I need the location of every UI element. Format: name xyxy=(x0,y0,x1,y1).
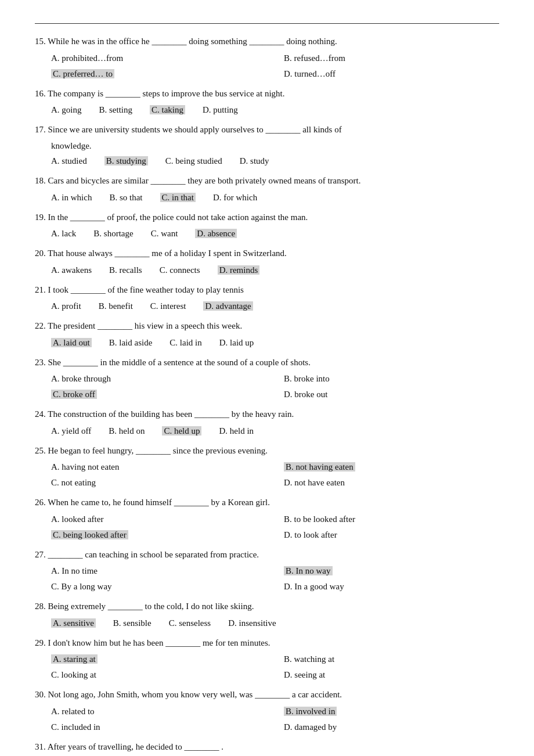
q30-optD: D. damaged by xyxy=(284,719,499,735)
question-31: 31. After years of travelling, he decide… xyxy=(35,740,499,757)
q26-optD: D. to look after xyxy=(284,527,499,543)
q24-optA: A. yield off xyxy=(51,423,91,439)
question-26: 26. When he came to, he found himself __… xyxy=(35,495,499,543)
question-21: 21. I took ________ of the fine weather … xyxy=(35,283,499,315)
q29-optC: C. looking at xyxy=(51,667,266,683)
question-19: 19. In the ________ of proof, the police… xyxy=(35,210,499,242)
q23-text: 23. She ________ in the middle of a sent… xyxy=(35,355,499,370)
q26-optA: A. looked after xyxy=(51,512,266,527)
q23-optA: A. broke through xyxy=(51,371,266,387)
q27-optC: C. By a long way xyxy=(51,579,266,595)
q22-optC: C. laid in xyxy=(169,335,201,351)
q25-optA: A. having not eaten xyxy=(51,459,266,475)
q23-optD: D. broke out xyxy=(284,387,499,402)
q18-optD: D. for which xyxy=(213,190,257,206)
question-16: 16. The company is ________ steps to imp… xyxy=(35,87,499,118)
q21-options: A. profit B. benefit C. interest D. adva… xyxy=(51,298,499,314)
q15-text: 15. While he was in the office he ______… xyxy=(35,34,499,49)
q26-options: A. looked after B. to be looked after C.… xyxy=(51,512,499,543)
q17-optB: B. studying xyxy=(104,153,148,169)
q20-text: 20. That house always ________ me of a h… xyxy=(35,246,499,261)
q21-optB: B. benefit xyxy=(99,298,133,314)
q29-optA: A. staring at xyxy=(51,651,266,667)
q20-optD: D. reminds xyxy=(218,262,260,278)
q26-optC: C. being looked after xyxy=(51,527,266,543)
q22-text: 22. The president ________ his view in a… xyxy=(35,319,499,334)
q15-optB: B. refused…from xyxy=(284,51,499,66)
q21-optC: C. interest xyxy=(150,298,186,314)
q23-optC: C. broke off xyxy=(51,387,266,402)
q19-optB: B. shortage xyxy=(93,226,133,242)
q27-optB: B. In no way xyxy=(284,563,499,579)
q17-text: 17. Since we are university students we … xyxy=(35,123,499,138)
q30-optB: B. involved in xyxy=(284,704,499,719)
q27-optA: A. In no time xyxy=(51,563,266,579)
question-28: 28. Being extremely ________ to the cold… xyxy=(35,599,499,631)
q18-text: 18. Cars and bicycles are similar ______… xyxy=(35,174,499,189)
q17-optD: D. study xyxy=(240,153,269,169)
q16-optD: D. putting xyxy=(203,102,238,118)
q30-optC: C. included in xyxy=(51,719,266,735)
q23-options: A. broke through B. broke into C. broke … xyxy=(51,371,499,402)
q30-text: 30. Not long ago, John Smith, whom you k… xyxy=(35,687,499,703)
q28-optD: D. insensitive xyxy=(228,615,276,631)
q18-optB: B. so that xyxy=(109,190,142,206)
q24-optB: B. held on xyxy=(109,423,145,439)
q15-optA: A. prohibited…from xyxy=(51,51,266,66)
q15-optD: D. turned…off xyxy=(284,66,499,82)
q20-optC: C. connects xyxy=(160,262,200,278)
question-22: 22. The president ________ his view in a… xyxy=(35,319,499,351)
q18-optA: A. in which xyxy=(51,190,92,206)
q20-options: A. awakens B. recalls C. connects D. rem… xyxy=(51,262,499,278)
q27-options: A. In no time B. In no way C. By a long … xyxy=(51,563,499,595)
q15-options: A. prohibited…from B. refused…from C. pr… xyxy=(51,51,499,82)
q29-optB: B. watching at xyxy=(284,651,499,667)
q21-optD: D. advantage xyxy=(203,298,252,314)
q28-optA: A. sensitive xyxy=(51,615,96,631)
q16-options: A. going B. setting C. taking D. putting xyxy=(51,102,499,118)
q16-optB: B. setting xyxy=(99,102,133,118)
q21-optA: A. profit xyxy=(51,298,81,314)
q30-optA: A. related to xyxy=(51,704,266,719)
q29-text: 29. I don't know him but he has been ___… xyxy=(35,636,499,651)
q17-optA: A. studied xyxy=(51,153,87,169)
q25-optC: C. not eating xyxy=(51,475,266,491)
q28-options: A. sensitive B. sensible C. senseless D.… xyxy=(51,615,499,631)
question-24: 24. The construction of the building has… xyxy=(35,407,499,439)
q18-options: A. in which B. so that C. in that D. for… xyxy=(51,190,499,206)
question-25: 25. He began to feel hungry, ________ si… xyxy=(35,444,499,491)
question-17: 17. Since we are university students we … xyxy=(35,123,499,169)
q23-optB: B. broke into xyxy=(284,371,499,387)
q22-optD: D. laid up xyxy=(219,335,254,351)
q31-text: 31. After years of travelling, he decide… xyxy=(35,740,499,755)
question-23: 23. She ________ in the middle of a sent… xyxy=(35,355,499,403)
q17-text2: knowledge. xyxy=(51,139,499,154)
question-20: 20. That house always ________ me of a h… xyxy=(35,246,499,278)
q22-options: A. laid out B. laid aside C. laid in D. … xyxy=(51,335,499,351)
q26-optB: B. to be looked after xyxy=(284,512,499,527)
q24-optC: C. held up xyxy=(162,423,201,439)
q21-text: 21. I took ________ of the fine weather … xyxy=(35,283,499,298)
q25-options: A. having not eaten B. not having eaten … xyxy=(51,459,499,491)
q19-optA: A. lack xyxy=(51,226,76,242)
q28-text: 28. Being extremely ________ to the cold… xyxy=(35,599,499,614)
q24-optD: D. held in xyxy=(219,423,254,439)
question-15: 15. While he was in the office he ______… xyxy=(35,34,499,82)
q17-optC: C. being studied xyxy=(165,153,222,169)
q27-text: 27. ________ can teaching in school be s… xyxy=(35,548,499,563)
q16-optA: A. going xyxy=(51,102,82,118)
q18-optC: C. in that xyxy=(160,190,196,206)
q26-text: 26. When he came to, he found himself __… xyxy=(35,495,499,510)
question-27: 27. ________ can teaching in school be s… xyxy=(35,548,499,595)
question-29: 29. I don't know him but he has been ___… xyxy=(35,636,499,683)
q17-options: A. studied B. studying C. being studied … xyxy=(51,153,499,169)
q24-options: A. yield off B. held on C. held up D. he… xyxy=(51,423,499,439)
q20-optB: B. recalls xyxy=(109,262,142,278)
q16-optC: C. taking xyxy=(150,102,185,118)
question-18: 18. Cars and bicycles are similar ______… xyxy=(35,174,499,206)
q22-optB: B. laid aside xyxy=(109,335,153,351)
q20-optA: A. awakens xyxy=(51,262,92,278)
q28-optC: C. senseless xyxy=(169,615,211,631)
q19-options: A. lack B. shortage C. want D. absence xyxy=(51,226,499,242)
q30-options: A. related to B. involved in C. included… xyxy=(51,704,499,735)
